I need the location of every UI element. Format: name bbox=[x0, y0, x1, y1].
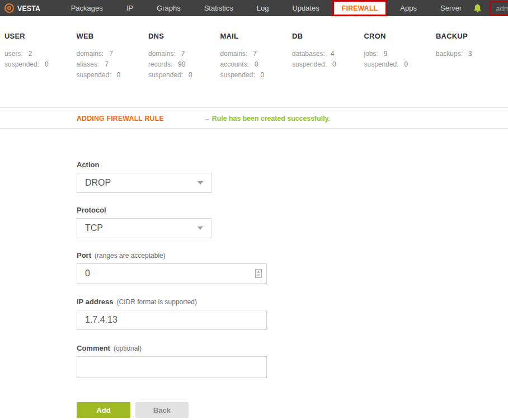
protocol-select[interactable]: TCP bbox=[77, 218, 211, 238]
nav-item-packages[interactable]: Packages bbox=[59, 0, 115, 16]
user-menu-admin[interactable]: admin bbox=[490, 1, 508, 16]
back-button[interactable]: Back bbox=[135, 402, 189, 418]
nav-item-ip[interactable]: IP bbox=[115, 0, 145, 16]
nav-tab-firewall-label: FIREWALL bbox=[342, 4, 378, 12]
port-input[interactable] bbox=[77, 263, 267, 284]
ip-address-hint: (CIDR format is supported) bbox=[117, 298, 197, 306]
stat-title: DNS bbox=[148, 32, 220, 40]
comment-hint: (optional) bbox=[114, 345, 142, 352]
comment-textarea[interactable] bbox=[77, 356, 267, 378]
port-label: Port(ranges are acceptable) bbox=[77, 251, 508, 259]
ip-address-label: IP address(CIDR format is supported) bbox=[77, 298, 508, 306]
success-message: → Rule has been created successfully. bbox=[203, 114, 330, 122]
nav-item-server[interactable]: Server bbox=[429, 0, 473, 16]
stat-col-cron[interactable]: CRON jobs:9 suspended:0 bbox=[364, 32, 436, 107]
nav-item-updates[interactable]: Updates bbox=[280, 0, 331, 16]
vesta-logo-icon bbox=[4, 3, 14, 13]
stat-col-user[interactable]: USER users:2 suspended:0 bbox=[4, 32, 77, 107]
add-button[interactable]: Add bbox=[77, 402, 130, 418]
stat-col-dns[interactable]: DNS domains:7 records:98 suspended:0 bbox=[148, 32, 220, 107]
nav-item-statistics[interactable]: Statistics bbox=[192, 0, 245, 16]
action-label: Action bbox=[77, 161, 508, 169]
chevron-down-icon bbox=[197, 226, 203, 230]
number-spinner-icon[interactable] bbox=[255, 269, 262, 278]
page-title: ADDING FIREWALL RULE bbox=[77, 114, 164, 122]
stat-title: CRON bbox=[364, 32, 436, 40]
comment-label: Comment(optional) bbox=[77, 344, 508, 352]
vesta-logo[interactable]: VESTA bbox=[4, 3, 44, 13]
stat-title: MAIL bbox=[220, 32, 293, 40]
action-selected-value: DROP bbox=[85, 178, 197, 188]
protocol-selected-value: TCP bbox=[85, 223, 197, 233]
user-name: admin bbox=[496, 4, 508, 13]
nav-item-log[interactable]: Log bbox=[245, 0, 281, 16]
stat-col-web[interactable]: WEB domains:7 aliases:7 suspended:0 bbox=[77, 32, 149, 107]
brand-name: VESTA bbox=[17, 4, 40, 13]
chevron-down-icon bbox=[197, 181, 203, 185]
port-hint: (ranges are acceptable) bbox=[95, 252, 166, 259]
stat-title: USER bbox=[4, 32, 77, 40]
stat-col-mail[interactable]: MAIL domains:7 accounts:0 suspended:0 bbox=[220, 32, 293, 107]
stat-title: DB bbox=[292, 32, 364, 40]
notifications-bell-icon[interactable] bbox=[473, 3, 482, 13]
stat-title: WEB bbox=[77, 32, 149, 40]
stat-col-db[interactable]: DB databases:4 suspended:0 bbox=[292, 32, 364, 107]
stats-summary-bar: USER users:2 suspended:0 WEB domains:7 a… bbox=[0, 16, 508, 108]
stat-col-backup[interactable]: BACKUP backups:3 bbox=[436, 32, 508, 107]
form-actions: Add Back bbox=[77, 402, 508, 418]
protocol-label: Protocol bbox=[77, 206, 508, 214]
nav-tab-firewall-active[interactable]: FIREWALL bbox=[332, 0, 388, 16]
top-navbar: VESTA Packages IP Graphs Statistics Log … bbox=[0, 0, 508, 16]
nav-item-apps[interactable]: Apps bbox=[388, 0, 429, 16]
nav-item-graphs[interactable]: Graphs bbox=[145, 0, 192, 16]
add-firewall-rule-form: Action DROP Protocol TCP Port(ranges are… bbox=[0, 129, 508, 418]
stat-title: BACKUP bbox=[436, 32, 508, 40]
action-select[interactable]: DROP bbox=[77, 173, 211, 193]
ip-address-input[interactable] bbox=[77, 310, 267, 330]
page-header-row: ADDING FIREWALL RULE → Rule has been cre… bbox=[0, 108, 508, 129]
